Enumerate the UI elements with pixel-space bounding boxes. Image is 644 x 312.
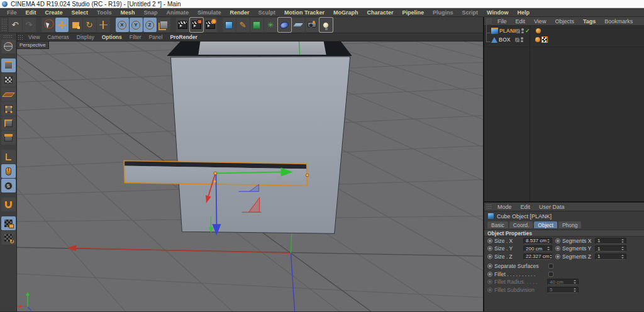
volume-object-button[interactable] [278,18,291,32]
edges-mode[interactable] [1,116,16,130]
subdivision-surface-button[interactable] [250,18,264,32]
om-menu-bookmarks[interactable]: Bookmarks [600,18,637,25]
am-menu-edit[interactable]: Edit [516,204,535,210]
tab-object[interactable]: Object [534,221,557,228]
menu-motion-tracker[interactable]: Motion Tracker [280,9,329,16]
menu-simulate[interactable]: Simulate [193,9,226,16]
layer-toggle[interactable] [515,38,519,42]
undo-button[interactable]: ↶ [9,18,22,32]
object-list[interactable]: PLANK ✓ BOX [484,26,644,201]
model-mode[interactable] [1,58,16,72]
stepper[interactable] [547,246,550,251]
menu-snap[interactable]: Snap [139,9,162,16]
am-grip[interactable] [486,204,492,209]
lock-y-axis-button[interactable]: Y [130,18,143,32]
tab-basic[interactable]: Basic [487,221,508,228]
param-field[interactable]: 40 cm [547,279,579,285]
stepper[interactable] [550,254,553,259]
rotate-tool[interactable]: ↻ [83,18,96,32]
menu-mesh[interactable]: Mesh [116,9,139,16]
visibility-toggles[interactable] [521,37,523,43]
animation-dot[interactable] [487,254,492,259]
animation-dot[interactable] [555,238,560,243]
move-tool[interactable] [55,18,69,32]
om-grip[interactable] [486,18,492,24]
gizmo-y-axis[interactable] [216,174,216,225]
animation-dot[interactable] [487,279,492,284]
object-row-plank[interactable]: PLANK ✓ [484,26,644,35]
visibility-toggles[interactable] [521,28,524,34]
sidebar-grip[interactable] [3,35,13,38]
tab-phong[interactable]: Phong [558,221,582,228]
points-mode[interactable] [1,102,16,116]
workplane-mode[interactable] [1,87,16,101]
spline-pen-button[interactable]: ✎ [236,18,250,32]
menu-character[interactable]: Character [363,9,398,16]
lock-z-axis-button[interactable]: Z [143,18,157,32]
object-row-box[interactable]: BOX [484,35,644,44]
animation-dot[interactable] [487,287,492,292]
object-name[interactable]: BOX [499,36,515,43]
menu-select[interactable]: Select [67,9,93,16]
tab-coord[interactable]: Coord. [509,221,533,228]
menu-mograph[interactable]: MoGraph [329,9,363,16]
viewport-canvas[interactable]: Perspective [17,42,483,311]
scale-tool[interactable] [69,18,82,32]
texture-tag[interactable] [541,36,548,43]
render-settings-button[interactable] [204,18,217,32]
animation-dot[interactable] [487,264,492,269]
menu-edit[interactable]: Edit [21,9,41,16]
am-menu-user-data[interactable]: User Data [535,204,569,210]
vp-menu-cameras[interactable]: Cameras [43,34,72,40]
coordinate-system-button[interactable] [157,18,170,32]
checkbox[interactable] [548,264,553,269]
menu-help[interactable]: Help [513,9,535,16]
menu-create[interactable]: Create [41,9,67,16]
add-primitive-cube-button[interactable] [223,18,236,32]
menu-tools[interactable]: Tools [92,9,116,16]
checkbox[interactable] [548,272,553,277]
stepper[interactable] [621,238,625,243]
om-menu-view[interactable]: View [530,18,550,25]
world-coordinates-mode[interactable] [1,40,16,53]
section-header[interactable]: Object Properties [484,230,644,237]
om-menu-objects[interactable]: Objects [550,18,579,25]
vp-menu-filter[interactable]: Filter [126,34,145,40]
om-menu-file[interactable]: File [493,18,511,25]
stepper[interactable] [574,287,577,292]
phong-tag[interactable] [536,28,541,33]
polygons-mode[interactable] [1,131,16,145]
vp-menu-panel[interactable]: Panel [145,34,167,40]
layer-toggle[interactable] [516,29,520,33]
planar-workplane-toggle[interactable] [1,231,16,245]
floor-environment-button[interactable] [292,18,305,32]
param-field[interactable]: 22.327 cm [523,254,552,260]
viewport-solo-mode[interactable] [1,164,16,178]
menu-window[interactable]: Window [482,9,513,16]
last-used-tool[interactable] [97,18,110,32]
render-picture-viewer-button[interactable] [190,18,203,32]
camera-button[interactable] [306,18,319,32]
magnet-tool[interactable] [1,198,16,211]
menu-pipeline[interactable]: Pipeline [398,9,429,16]
texture-mode[interactable] [1,73,16,87]
menu-plugins[interactable]: Plugins [428,9,458,16]
animation-dot[interactable] [487,272,492,277]
menu-script[interactable]: Script [458,9,483,16]
lock-x-axis-button[interactable]: X [116,18,129,32]
om-menu-edit[interactable]: Edit [511,18,530,25]
param-field[interactable]: 1 [595,245,626,252]
param-field[interactable]: 5 [547,287,579,293]
animation-dot[interactable] [555,254,560,259]
animation-dot[interactable] [555,246,560,251]
viewport-label[interactable]: Perspective [17,42,49,49]
menu-file[interactable]: File [3,9,21,16]
vp-menu-display[interactable]: Display [73,34,98,40]
light-button[interactable] [319,18,333,32]
menu-animate[interactable]: Animate [162,9,193,16]
render-view-button[interactable] [176,18,189,32]
stepper[interactable] [621,254,625,259]
viewport-grip[interactable] [18,35,24,40]
enable-snap-toggle[interactable]: S [1,179,16,192]
vp-menu-options[interactable]: Options [98,34,126,40]
